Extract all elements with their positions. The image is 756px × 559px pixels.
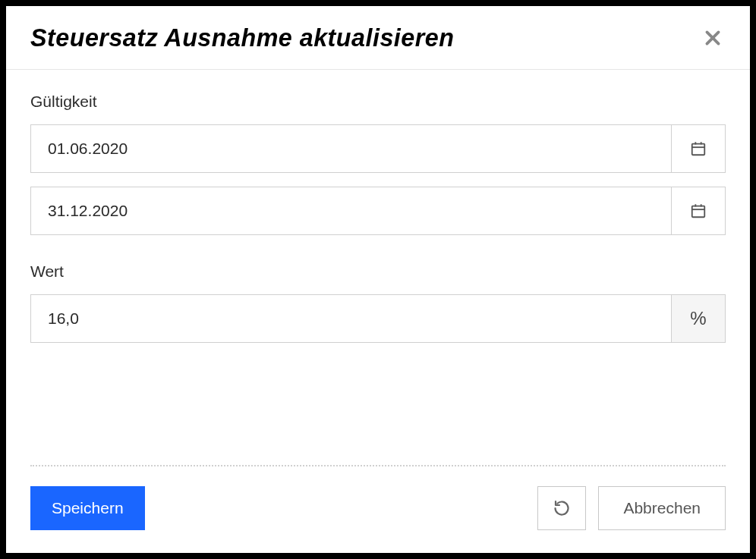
- close-button[interactable]: [700, 25, 726, 51]
- calendar-icon: [690, 203, 707, 219]
- date-from-picker-button[interactable]: [671, 124, 726, 173]
- undo-icon: [553, 499, 571, 517]
- save-button[interactable]: Speichern: [30, 486, 145, 530]
- calendar-icon: [690, 140, 707, 157]
- date-from-input[interactable]: [30, 124, 671, 173]
- svg-rect-6: [692, 206, 705, 218]
- value-input[interactable]: [30, 294, 671, 343]
- svg-rect-2: [692, 144, 705, 155]
- close-icon: [703, 28, 723, 48]
- value-unit-addon: %: [671, 294, 726, 343]
- date-to-input[interactable]: [30, 187, 671, 235]
- date-to-picker-button[interactable]: [671, 187, 726, 235]
- cancel-button[interactable]: Abbrechen: [598, 486, 726, 530]
- percent-symbol: %: [690, 308, 706, 329]
- value-label: Wert: [30, 262, 726, 281]
- reset-button[interactable]: [537, 486, 586, 530]
- modal-title: Steuersatz Ausnahme aktualisieren: [30, 23, 454, 52]
- validity-label: Gültigkeit: [30, 93, 726, 111]
